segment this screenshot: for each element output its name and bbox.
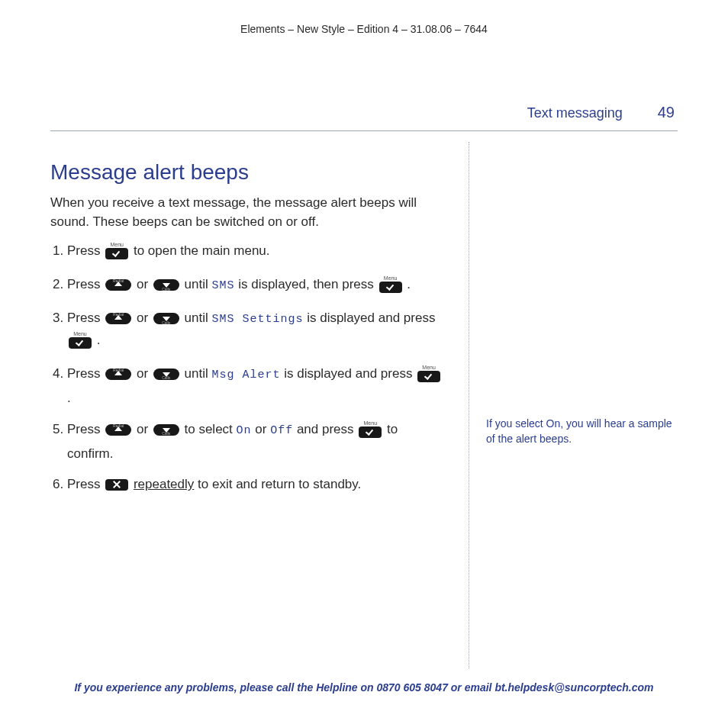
step-text: Press (67, 311, 104, 325)
up-key: Redial (105, 369, 131, 380)
step-text: is displayed, then press (238, 277, 377, 291)
step-text: or (137, 422, 152, 436)
key-label: Menu (417, 363, 440, 372)
step-text: Press (67, 477, 104, 491)
lcd-text: SMS Settings (211, 313, 303, 326)
check-icon: Menu (105, 248, 128, 259)
triangle-down-icon (163, 283, 170, 288)
menu-key: Menu (357, 421, 383, 443)
up-key: Redial (105, 279, 131, 291)
check-icon: Menu (359, 426, 382, 438)
step-text: . (97, 333, 101, 347)
key-label: Menu (105, 240, 128, 249)
side-column: If you select On, you will hear a sample… (469, 142, 678, 668)
step-text: or (137, 277, 152, 291)
header-rule (50, 130, 678, 131)
step-text: or (137, 311, 152, 325)
intro-text: When you receive a text message, the mes… (50, 194, 447, 231)
step-text: or (255, 422, 270, 436)
top-meta: Elements – New Style – Edition 4 – 31.08… (50, 23, 678, 35)
step-text: Press (67, 243, 104, 258)
lcd-text: Msg Alert (211, 369, 280, 381)
step-text: until (185, 277, 212, 291)
step-6: Press repeatedly to exit and return to s… (67, 474, 447, 496)
down-key: Calls (153, 369, 179, 380)
up-key: Redial (105, 313, 131, 324)
check-icon: Menu (379, 282, 402, 293)
step-text: to exit and return to standby. (198, 477, 361, 491)
step-text: and press (297, 422, 357, 436)
step-text: . (407, 277, 411, 291)
step-3: Press Redial or Calls until SMS Settings… (67, 307, 447, 354)
key-label: Menu (359, 419, 382, 428)
step-4: Press Redial or Calls until Msg Alert is… (67, 363, 447, 410)
key-label: Menu (379, 274, 402, 283)
step-text: until (185, 311, 212, 325)
triangle-down-icon (163, 428, 170, 433)
step-text: . (67, 391, 71, 405)
page-number: 49 (658, 104, 675, 121)
emphasis-repeatedly: repeatedly (134, 477, 194, 491)
menu-key: Menu (378, 276, 404, 298)
check-icon: Menu (417, 371, 440, 382)
page: Elements – New Style – Edition 4 – 31.08… (0, 0, 728, 721)
side-note: If you select On, you will hear a sample… (486, 417, 678, 446)
check-icon: Menu (69, 337, 92, 349)
main-column: Message alert beeps When you receive a t… (50, 142, 469, 668)
triangle-up-icon (114, 315, 122, 320)
triangle-up-icon (114, 371, 122, 375)
menu-key: Menu (104, 243, 130, 265)
section-name: Text messaging (527, 105, 623, 121)
step-5: Press Redial or Calls to select On or Of… (67, 419, 447, 465)
menu-key: Menu (67, 332, 93, 354)
footer-help: If you experience any problems, please c… (0, 681, 728, 694)
triangle-down-icon (163, 372, 170, 377)
step-2: Press Redial or Calls until SMS is displ… (67, 274, 447, 298)
down-key: Calls (153, 313, 179, 324)
lcd-text: On (237, 424, 252, 437)
page-header: Text messaging 49 (50, 104, 678, 121)
step-text: Press (67, 366, 104, 381)
step-text: is displayed and press (307, 311, 435, 325)
menu-key: Menu (416, 365, 442, 388)
triangle-up-icon (114, 426, 122, 431)
triangle-up-icon (114, 282, 122, 286)
triangle-down-icon (163, 317, 170, 321)
step-text: Press (67, 277, 104, 291)
step-text: to select (185, 422, 237, 436)
content-columns: Message alert beeps When you receive a t… (50, 142, 678, 668)
lcd-text: SMS (211, 279, 234, 292)
page-title: Message alert beeps (50, 160, 447, 185)
down-key: Calls (153, 279, 179, 291)
cross-icon (105, 479, 128, 491)
step-text: or (137, 366, 152, 381)
key-label: Menu (69, 330, 92, 339)
lcd-text: Off (270, 424, 293, 437)
step-text: Press (67, 422, 104, 436)
step-text: is displayed and press (284, 366, 416, 381)
down-key: Calls (153, 424, 179, 436)
steps-list: Press Menu to open the main menu. Press … (50, 240, 447, 496)
step-1: Press Menu to open the main menu. (67, 240, 447, 265)
step-text: to open the main menu. (134, 243, 270, 258)
step-text: until (185, 366, 212, 381)
up-key: Redial (105, 424, 131, 436)
